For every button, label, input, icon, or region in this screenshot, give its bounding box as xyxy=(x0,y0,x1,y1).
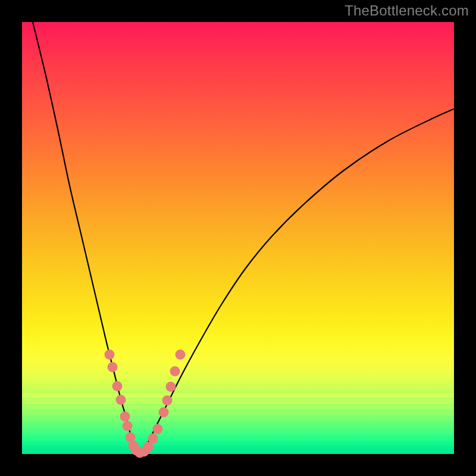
highlight-dot xyxy=(166,382,176,392)
highlight-dot xyxy=(176,350,186,360)
highlight-dot xyxy=(105,350,115,360)
curve-svg xyxy=(22,22,454,454)
curve-right-branch xyxy=(141,109,454,453)
highlight-dot xyxy=(162,396,173,406)
highlight-dot xyxy=(112,381,123,392)
chart-container: TheBottleneck.com xyxy=(0,0,476,476)
highlight-dot xyxy=(159,408,169,418)
watermark-text: TheBottleneck.com xyxy=(345,2,469,19)
highlight-dot xyxy=(120,412,130,422)
highlight-dot xyxy=(170,367,180,377)
curve-left-branch xyxy=(33,22,141,453)
highlight-dot xyxy=(148,434,158,444)
plot-area xyxy=(22,22,454,454)
highlight-dot xyxy=(123,421,133,431)
highlight-dot xyxy=(153,424,163,434)
highlight-dot xyxy=(116,395,126,405)
highlight-dot xyxy=(108,362,118,372)
highlight-dots xyxy=(105,350,186,458)
